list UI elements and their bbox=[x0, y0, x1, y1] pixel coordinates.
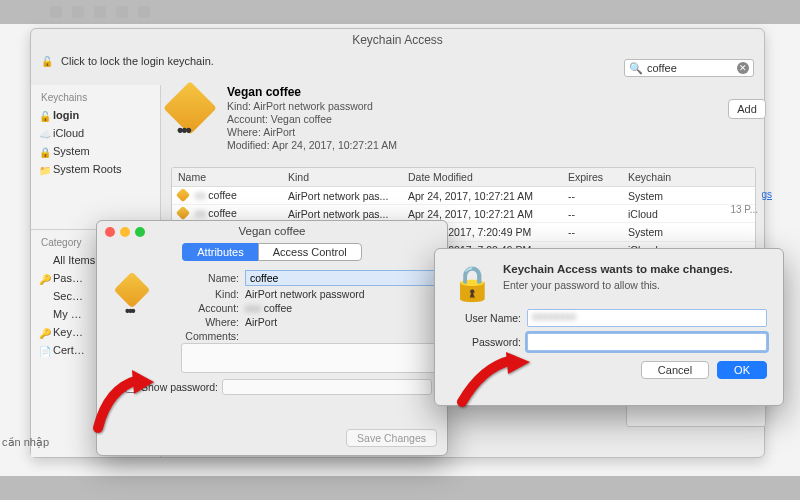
sidebar-item-icloud[interactable]: iCloud bbox=[31, 124, 160, 142]
sidebar-item-system-roots[interactable]: System Roots bbox=[31, 160, 160, 178]
ok-button[interactable]: OK bbox=[717, 361, 767, 379]
folder-icon bbox=[39, 164, 49, 174]
tab-access-control[interactable]: Access Control bbox=[258, 243, 362, 261]
sidebar-header: Keychains bbox=[31, 89, 160, 106]
lock-icon[interactable] bbox=[41, 55, 53, 67]
cert-icon bbox=[39, 345, 49, 355]
cancel-button[interactable]: Cancel bbox=[641, 361, 709, 379]
auth-heading: Keychain Access wants to make changes. bbox=[503, 263, 733, 275]
lock-hint: Click to lock the login keychain. bbox=[61, 55, 214, 67]
attr-title: Vegan coffee bbox=[97, 221, 447, 239]
auth-sub: Enter your password to allow this. bbox=[503, 279, 733, 291]
tab-segment[interactable]: Attributes Access Control bbox=[97, 243, 447, 261]
sidebar-item-login[interactable]: login bbox=[31, 106, 160, 124]
annotation-arrow-icon bbox=[452, 352, 532, 412]
annotation-arrow-icon bbox=[88, 368, 158, 438]
username-field[interactable]: xxxxxxxx bbox=[527, 309, 767, 327]
key-icon bbox=[39, 273, 49, 283]
footnote: cần nhập bbox=[2, 436, 49, 449]
search-icon: 🔍 bbox=[629, 62, 643, 75]
clear-search-icon[interactable]: ✕ bbox=[737, 62, 749, 74]
item-detail: ••• Vegan coffee Kind: AirPort network p… bbox=[171, 85, 756, 163]
save-changes-button[interactable]: Save Changes bbox=[346, 429, 437, 447]
search-field[interactable]: 🔍 coffee ✕ bbox=[624, 59, 754, 77]
search-value: coffee bbox=[647, 62, 733, 74]
page-count: 13 P... bbox=[730, 204, 758, 215]
name-field[interactable] bbox=[245, 270, 437, 286]
window-controls[interactable] bbox=[105, 227, 145, 237]
close-icon bbox=[105, 227, 115, 237]
password-field[interactable] bbox=[527, 333, 767, 351]
minimize-icon bbox=[120, 227, 130, 237]
cloud-icon bbox=[39, 128, 49, 138]
password-icon: ••• bbox=[171, 89, 217, 135]
unlock-icon bbox=[39, 110, 49, 120]
detail-name: Vegan coffee bbox=[227, 85, 397, 99]
window-title: Keychain Access bbox=[31, 29, 764, 51]
password-icon: ••• bbox=[119, 277, 159, 303]
tab-attributes[interactable]: Attributes bbox=[182, 243, 257, 261]
svg-marker-1 bbox=[506, 352, 530, 374]
zoom-icon bbox=[135, 227, 145, 237]
settings-link[interactable]: gs bbox=[761, 189, 772, 200]
table-row[interactable]: xx coffeeAirPort network pas...Apr 24, 2… bbox=[172, 187, 755, 205]
add-button[interactable]: Add bbox=[728, 99, 766, 119]
sidebar-item-system[interactable]: System bbox=[31, 142, 160, 160]
password-display bbox=[222, 379, 432, 395]
key-icon bbox=[39, 327, 49, 337]
lock-icon: 🔒 bbox=[451, 263, 493, 303]
comments-field[interactable] bbox=[181, 343, 439, 373]
lock-icon bbox=[39, 146, 49, 156]
svg-marker-0 bbox=[132, 370, 154, 394]
